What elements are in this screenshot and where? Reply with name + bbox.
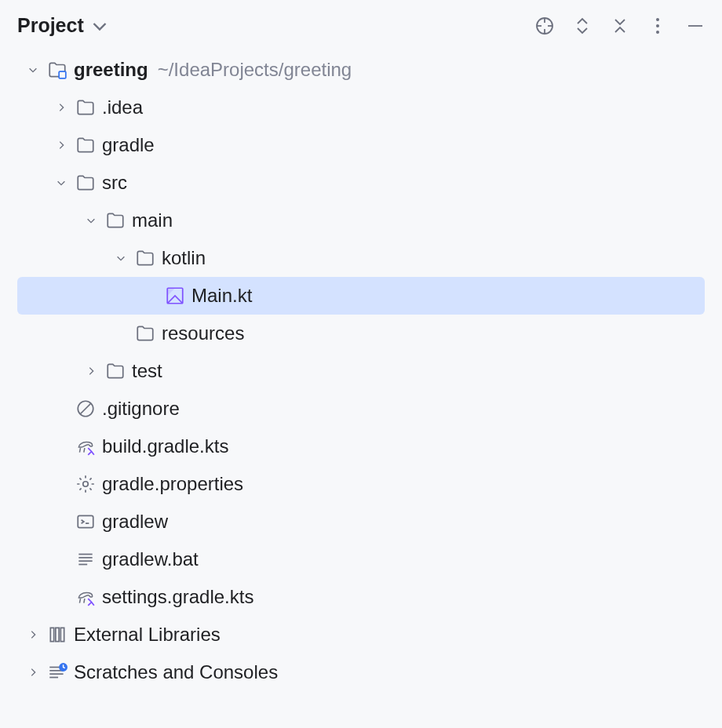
node-label: External Libraries bbox=[74, 624, 221, 646]
kotlin-file-icon bbox=[165, 286, 185, 306]
chevron-down-icon[interactable] bbox=[27, 64, 39, 76]
project-folder-icon bbox=[47, 60, 67, 80]
ignore-file-icon bbox=[75, 399, 96, 419]
node-label: resources bbox=[162, 322, 244, 344]
expand-collapse-icon[interactable] bbox=[573, 16, 592, 35]
tree-node-root[interactable]: greeting ~/IdeaProjects/greeting bbox=[0, 51, 722, 89]
gradle-kts-icon bbox=[75, 587, 96, 607]
tree-node-gradlew[interactable]: gradlew bbox=[0, 503, 722, 541]
node-label: .gitignore bbox=[102, 398, 180, 420]
folder-icon bbox=[75, 135, 96, 155]
panel-title-group[interactable]: Project bbox=[17, 14, 109, 37]
tree-node-main-kt[interactable]: Main.kt bbox=[17, 277, 705, 315]
chevron-right-icon[interactable] bbox=[27, 628, 39, 641]
svg-rect-9 bbox=[59, 71, 66, 78]
gradle-kts-icon bbox=[75, 436, 96, 457]
gear-icon bbox=[75, 474, 96, 494]
more-options-icon[interactable] bbox=[648, 16, 667, 35]
folder-icon bbox=[75, 97, 96, 118]
node-label: gradlew.bat bbox=[102, 548, 199, 570]
chevron-right-icon[interactable] bbox=[27, 666, 39, 679]
node-label: gradlew bbox=[102, 511, 168, 533]
tree-node-settings-gradle[interactable]: settings.gradle.kts bbox=[0, 578, 722, 616]
chevron-right-icon[interactable] bbox=[55, 101, 67, 114]
node-label: test bbox=[132, 360, 162, 382]
folder-icon bbox=[105, 210, 126, 231]
panel-toolbar bbox=[535, 16, 705, 35]
panel-header: Project bbox=[0, 0, 722, 51]
collapse-all-icon[interactable] bbox=[611, 16, 629, 35]
tree-node-test[interactable]: test bbox=[0, 352, 722, 390]
text-file-icon bbox=[75, 549, 96, 570]
folder-icon bbox=[105, 361, 126, 381]
tree-node-src[interactable]: src bbox=[0, 164, 722, 202]
node-path: ~/IdeaProjects/greeting bbox=[158, 59, 352, 81]
chevron-down-icon[interactable] bbox=[55, 177, 67, 189]
node-label: settings.gradle.kts bbox=[102, 586, 253, 608]
svg-point-7 bbox=[656, 31, 659, 34]
scratches-icon bbox=[47, 662, 67, 682]
project-panel: Project bbox=[0, 0, 722, 728]
project-tree: greeting ~/IdeaProjects/greeting .idea g… bbox=[0, 51, 722, 728]
tree-node-idea[interactable]: .idea bbox=[0, 89, 722, 126]
library-icon bbox=[47, 624, 67, 645]
tree-node-scratches[interactable]: Scratches and Consoles bbox=[0, 653, 722, 691]
tree-node-build-gradle[interactable]: build.gradle.kts bbox=[0, 428, 722, 465]
folder-icon bbox=[135, 323, 155, 344]
panel-title: Project bbox=[17, 14, 84, 37]
svg-rect-19 bbox=[50, 628, 53, 641]
svg-rect-20 bbox=[56, 628, 59, 641]
node-label: Main.kt bbox=[191, 285, 252, 307]
chevron-down-icon[interactable] bbox=[85, 214, 97, 227]
node-label: .idea bbox=[102, 96, 143, 118]
shell-script-icon bbox=[75, 511, 96, 532]
svg-point-5 bbox=[656, 18, 659, 21]
node-label: Scratches and Consoles bbox=[74, 661, 278, 683]
chevron-down-icon bbox=[90, 16, 109, 35]
tree-node-resources[interactable]: resources bbox=[0, 315, 722, 352]
chevron-right-icon[interactable] bbox=[55, 139, 67, 151]
tree-node-gradle-properties[interactable]: gradle.properties bbox=[0, 465, 722, 503]
svg-rect-21 bbox=[60, 628, 64, 641]
node-label: greeting bbox=[74, 59, 148, 81]
svg-point-13 bbox=[83, 482, 89, 487]
node-label: src bbox=[102, 172, 127, 194]
tree-node-external-libraries[interactable]: External Libraries bbox=[0, 616, 722, 653]
folder-icon bbox=[135, 248, 155, 268]
tree-node-kotlin[interactable]: kotlin bbox=[0, 239, 722, 277]
tree-node-main[interactable]: main bbox=[0, 202, 722, 239]
tree-node-gitignore[interactable]: .gitignore bbox=[0, 390, 722, 428]
tree-node-gradle[interactable]: gradle bbox=[0, 126, 722, 164]
svg-point-6 bbox=[656, 24, 659, 27]
svg-line-12 bbox=[81, 404, 91, 414]
folder-icon bbox=[75, 173, 96, 193]
tree-node-gradlew-bat[interactable]: gradlew.bat bbox=[0, 541, 722, 578]
svg-rect-14 bbox=[78, 515, 93, 527]
minimize-icon[interactable] bbox=[686, 16, 705, 35]
node-label: main bbox=[132, 209, 173, 231]
chevron-right-icon[interactable] bbox=[85, 365, 97, 377]
node-label: gradle.properties bbox=[102, 473, 243, 495]
node-label: gradle bbox=[102, 134, 155, 156]
node-label: kotlin bbox=[162, 247, 206, 269]
node-label: build.gradle.kts bbox=[102, 435, 228, 457]
select-opened-file-icon[interactable] bbox=[535, 16, 554, 35]
chevron-down-icon[interactable] bbox=[115, 252, 127, 264]
